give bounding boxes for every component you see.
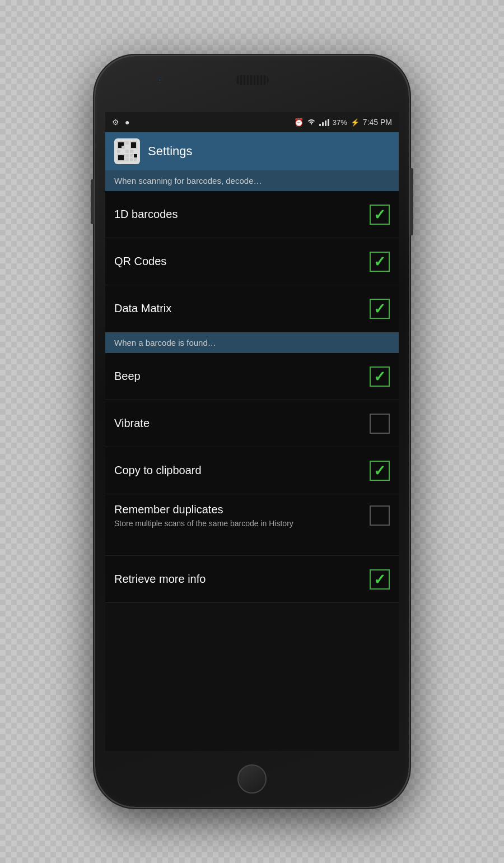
checkbox-retrieve-info[interactable] — [370, 569, 390, 590]
setting-item-retrieve-info[interactable]: Retrieve more info — [105, 556, 399, 603]
wifi-icon — [307, 118, 316, 127]
setting-label-1d-barcodes: 1D barcodes — [114, 208, 178, 221]
checkbox-1d-barcodes[interactable] — [370, 205, 390, 225]
checkbox-vibrate[interactable] — [370, 414, 390, 434]
setting-text-remember-duplicates: Remember duplicates Store multiple scans… — [114, 503, 370, 530]
setting-label-retrieve-info: Retrieve more info — [114, 573, 206, 586]
status-left-icons: ⚙ ● — [112, 118, 129, 127]
usb-icon: ⚙ — [112, 118, 119, 127]
alarm-icon: ⏰ — [294, 118, 304, 127]
phone-top — [95, 56, 409, 112]
action-bar-title: Settings — [148, 144, 193, 159]
setting-item-data-matrix[interactable]: Data Matrix — [105, 285, 399, 332]
settings-list: When scanning for barcodes, decode… 1D b… — [105, 170, 399, 751]
home-button[interactable] — [237, 764, 267, 794]
setting-label-beep: Beep — [114, 370, 141, 383]
setting-label-qr-codes: QR Codes — [114, 255, 166, 268]
setting-sublabel-remember-duplicates: Store multiple scans of the same barcode… — [114, 518, 305, 530]
app-icon — [114, 138, 140, 164]
setting-label-vibrate: Vibrate — [114, 417, 150, 430]
section-header-found: When a barcode is found… — [105, 332, 399, 353]
status-bar: ⚙ ● ⏰ 37% — [105, 112, 399, 132]
checkbox-copy-clipboard[interactable] — [370, 461, 390, 481]
signal-bars — [319, 118, 329, 126]
battery-percent: 37% — [333, 118, 347, 127]
phone-bottom — [95, 751, 409, 807]
front-camera — [157, 77, 162, 83]
setting-label-remember-duplicates: Remember duplicates — [114, 503, 370, 516]
whatsapp-icon: ● — [125, 118, 129, 127]
status-time: 7:45 PM — [363, 118, 392, 127]
setting-item-remember-duplicates[interactable]: Remember duplicates Store multiple scans… — [105, 494, 399, 556]
battery-icon: ⚡ — [351, 118, 360, 127]
checkbox-data-matrix[interactable] — [370, 299, 390, 319]
setting-item-1d-barcodes[interactable]: 1D barcodes — [105, 191, 399, 238]
setting-item-beep[interactable]: Beep — [105, 353, 399, 400]
setting-item-vibrate[interactable]: Vibrate — [105, 400, 399, 447]
checkbox-remember-duplicates[interactable] — [370, 505, 390, 526]
section-header-scanning: When scanning for barcodes, decode… — [105, 170, 399, 191]
checkbox-beep[interactable] — [370, 366, 390, 387]
action-bar: Settings — [105, 132, 399, 170]
phone-device: ⚙ ● ⏰ 37% — [95, 56, 409, 807]
speaker-grille — [235, 75, 269, 85]
setting-label-copy-clipboard: Copy to clipboard — [114, 464, 202, 477]
status-right-icons: ⏰ 37% ⚡ 7:45 PM — [294, 118, 392, 127]
setting-label-data-matrix: Data Matrix — [114, 302, 171, 315]
checkbox-qr-codes[interactable] — [370, 252, 390, 272]
setting-item-copy-clipboard[interactable]: Copy to clipboard — [105, 447, 399, 494]
phone-screen: ⚙ ● ⏰ 37% — [105, 112, 399, 751]
setting-item-qr-codes[interactable]: QR Codes — [105, 238, 399, 285]
